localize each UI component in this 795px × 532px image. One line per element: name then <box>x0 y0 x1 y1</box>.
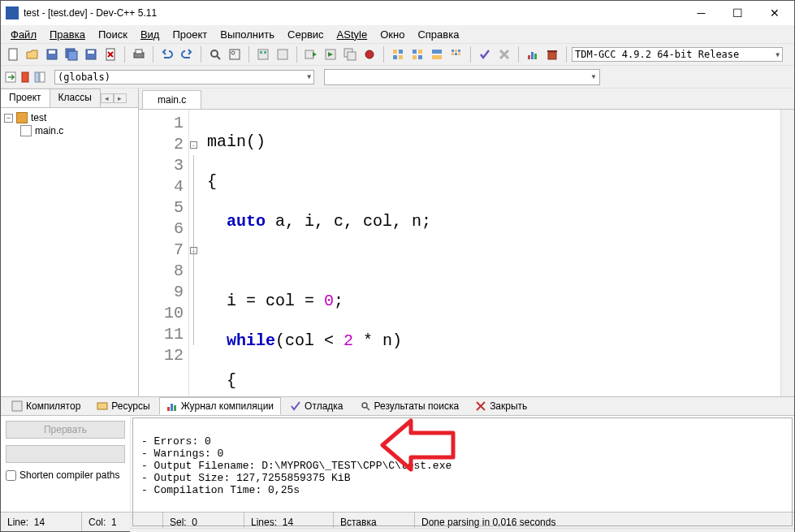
shorten-paths-input[interactable] <box>6 470 16 481</box>
svg-point-24 <box>365 50 374 58</box>
debug-icon <box>290 400 301 412</box>
svg-rect-53 <box>97 403 107 409</box>
menu-edit[interactable]: Правка <box>43 27 92 42</box>
save-icon[interactable] <box>43 45 61 63</box>
tab-search-results[interactable]: Результаты поиска <box>352 397 467 415</box>
svg-rect-35 <box>452 50 454 52</box>
close-button[interactable]: ✕ <box>756 2 793 24</box>
menu-file[interactable]: Файл <box>4 27 43 42</box>
svg-rect-19 <box>278 50 287 59</box>
svg-line-58 <box>366 407 369 410</box>
project-panel: Проект Классы ◂▸ − test main.c <box>1 89 139 396</box>
svg-rect-56 <box>174 405 176 411</box>
open-icon[interactable] <box>24 45 41 63</box>
run-icon[interactable] <box>274 45 292 63</box>
collapse-icon[interactable]: − <box>4 114 13 123</box>
menu-view[interactable]: Вид <box>134 27 166 42</box>
replace-icon[interactable] <box>226 45 244 63</box>
svg-rect-26 <box>399 50 403 54</box>
vertical-scrollbar[interactable] <box>780 110 794 396</box>
code-text[interactable]: main() { auto a, i, c, col, n; i = col =… <box>201 110 780 396</box>
tab-compiler[interactable]: Компилятор <box>4 397 88 415</box>
grid4-icon[interactable] <box>447 45 465 63</box>
svg-rect-45 <box>534 54 537 59</box>
new-file-icon[interactable] <box>4 45 22 63</box>
debug-icon[interactable] <box>361 45 378 63</box>
horizontal-scrollbar[interactable] <box>131 528 794 532</box>
tab-resources[interactable]: Ресурсы <box>89 397 157 415</box>
tab-compile-log[interactable]: Журнал компиляции <box>159 397 281 415</box>
bookmark-icon[interactable] <box>19 71 32 84</box>
redo-icon[interactable] <box>178 45 196 63</box>
code-editor[interactable]: 1 2 3 4 5 6 7 8 9 10 11 12 - <box>139 110 794 396</box>
tab-classes[interactable]: Классы <box>50 89 101 107</box>
svg-rect-25 <box>393 50 397 54</box>
fold-toggle-icon[interactable]: - <box>190 141 197 149</box>
svg-rect-14 <box>230 50 240 59</box>
project-icon <box>16 112 28 123</box>
menu-window[interactable]: Окно <box>374 27 411 42</box>
rebuild-all-icon[interactable] <box>341 45 359 63</box>
svg-rect-23 <box>348 52 356 60</box>
globals-select[interactable]: (globals) ▼ <box>54 70 314 84</box>
svg-rect-36 <box>455 50 457 52</box>
menu-help[interactable]: Справка <box>411 27 465 42</box>
menu-astyle[interactable]: AStyle <box>331 27 374 42</box>
check-icon[interactable] <box>476 45 494 63</box>
minimize-button[interactable]: ─ <box>683 2 719 24</box>
compile-icon[interactable] <box>254 45 272 63</box>
find-icon[interactable] <box>206 45 224 63</box>
abort-button[interactable]: Прервать <box>6 421 125 439</box>
svg-rect-18 <box>264 51 266 54</box>
blank-button[interactable] <box>6 445 125 463</box>
grid1-icon[interactable] <box>389 45 407 63</box>
menu-project[interactable]: Проект <box>166 27 214 42</box>
close-file-icon[interactable] <box>102 45 119 63</box>
tab-debug[interactable]: Отладка <box>283 397 350 415</box>
menu-run[interactable]: Выполнить <box>214 27 281 42</box>
project-panel-tabs: Проект Классы ◂▸ <box>1 89 138 108</box>
menu-search[interactable]: Поиск <box>92 27 134 42</box>
undo-icon[interactable] <box>158 45 176 63</box>
svg-rect-34 <box>432 55 442 59</box>
panel-icon[interactable] <box>33 71 46 84</box>
tab-close[interactable]: Закрыть <box>468 397 534 415</box>
main-window: test - [test.dev] - Dev-C++ 5.11 ─ ☐ ✕ Ф… <box>0 0 795 532</box>
tree-file[interactable]: main.c <box>4 124 135 137</box>
main-area: Проект Классы ◂▸ − test main.c main.c <box>1 89 794 396</box>
file-name: main.c <box>35 125 63 136</box>
svg-rect-11 <box>136 50 142 54</box>
tab-project[interactable]: Проект <box>1 89 50 107</box>
menubar: Файл Правка Поиск Вид Проект Выполнить С… <box>1 25 794 43</box>
save-all-icon[interactable] <box>63 45 80 63</box>
fold-toggle-icon[interactable]: - <box>190 247 197 254</box>
stop-icon[interactable] <box>495 45 513 63</box>
compile-run-icon[interactable] <box>302 45 320 63</box>
chart-icon[interactable] <box>524 45 542 63</box>
fold-column: - - <box>189 110 201 396</box>
menu-service[interactable]: Сервис <box>281 27 331 42</box>
grid3-icon[interactable] <box>428 45 446 63</box>
svg-rect-28 <box>399 55 403 59</box>
print-icon[interactable] <box>130 45 148 63</box>
svg-rect-49 <box>22 72 28 82</box>
rebuild-icon[interactable] <box>322 45 339 63</box>
file-tabs: main.c <box>139 89 794 110</box>
shorten-paths-checkbox[interactable]: Shorten compiler paths <box>6 469 125 481</box>
compile-log[interactable]: - Errors: 0 - Warnings: 0 - Output Filen… <box>132 417 793 526</box>
svg-rect-51 <box>40 72 45 82</box>
tabs-scroller[interactable]: ◂▸ <box>101 89 127 107</box>
file-tab-main-c[interactable]: main.c <box>142 90 201 109</box>
trash-icon[interactable] <box>543 45 561 63</box>
svg-rect-0 <box>9 49 17 60</box>
grid2-icon[interactable] <box>408 45 426 63</box>
compiler-select[interactable]: TDM-GCC 4.9.2 64-bit Release ▼ <box>572 47 783 62</box>
tree-root[interactable]: − test <box>4 111 135 124</box>
symbol-select[interactable]: ▼ <box>324 69 600 85</box>
maximize-button[interactable]: ☐ <box>719 2 756 24</box>
svg-rect-32 <box>418 55 422 59</box>
bottom-body: Прервать Shorten compiler paths - Errors… <box>1 416 794 532</box>
goto-icon[interactable] <box>4 71 17 84</box>
svg-rect-43 <box>528 55 530 59</box>
save-as-icon[interactable] <box>82 45 100 63</box>
